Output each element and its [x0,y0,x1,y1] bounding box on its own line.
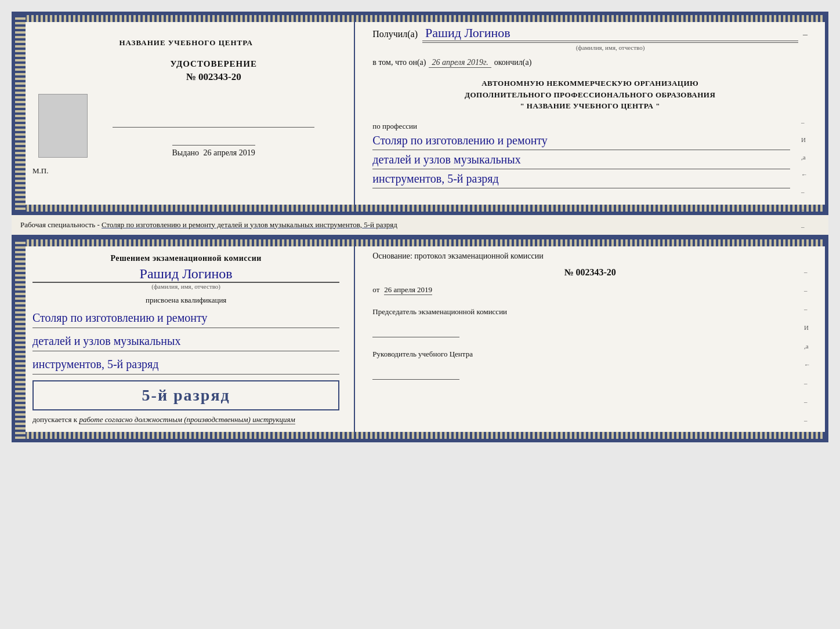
br-mark2: – [804,287,810,294]
left-decorative-strip [15,15,26,212]
ot-date-row: от 26 апреля 2019 [372,282,808,295]
br-mark-a: ,а [804,343,810,350]
dash-mark: – [803,29,808,39]
resheniem-text: Решением экзаменационной комиссии [32,254,339,263]
qual-line2: деталей и узлов музыкальных [32,331,339,351]
mark-i: И [801,136,808,143]
rukovoditel-signature-line [372,368,459,380]
mark-a: ,а [801,154,808,161]
poluchil-row: Получил(а) Рашид Логинов (фамилия, имя, … [372,26,808,51]
middle-label-prefix: Рабочая специальность - [20,220,102,229]
top-name-handwritten: Рашид Логинов [422,26,798,41]
bottom-doc-left: Решением экзаменационной комиссии Рашид … [15,239,355,439]
org-line3: " НАЗВАНИЕ УЧЕБНОГО ЦЕНТРА " [372,100,808,112]
top-document: НАЗВАНИЕ УЧЕБНОГО ЦЕНТРА УДОСТОВЕРЕНИЕ №… [12,12,828,215]
top-doc-right: Получил(а) Рашид Логинов (фамилия, имя, … [355,15,825,212]
bottom-document: Решением экзаменационной комиссии Рашид … [12,236,828,442]
bottom-name-hint: (фамилия, имя, отчество) [32,282,339,290]
left-content-area: УДОСТОВЕРЕНИЕ № 002343-20 Выдано 26 апре… [32,48,339,158]
bottom-right-marks: – – – И ,а ← – – – – [804,268,810,442]
center-section: УДОСТОВЕРЕНИЕ № 002343-20 Выдано 26 апре… [88,48,339,158]
protokol-num: № 002343-20 [372,267,808,278]
vydano-line: Выдано 26 апреля 2019 [172,145,255,158]
right-content-main: по профессии Столяр по изготовлению и ре… [372,119,808,200]
br-mark3: – [804,306,810,312]
osnovanie-block: Основание: протокол экзаменационной коми… [372,250,808,263]
po-professii: по профессии [372,122,790,131]
qual-line3: инструментов, 5-й разряд [32,354,339,375]
vtom-line: в том, что он(а) 26 апреля 2019г. окончи… [372,58,808,68]
udostoverenie-title: УДОСТОВЕРЕНИЕ [170,59,257,69]
vydano-label: Выдано [172,148,200,157]
br-mark4: – [804,380,810,387]
osnovanie-text: Основание: протокол экзаменационной коми… [372,252,543,260]
center-title-top: НАЗВАНИЕ УЧЕБНОГО ЦЕНТРА [119,38,253,48]
udostoverenie-block: УДОСТОВЕРЕНИЕ № 002343-20 [170,59,257,110]
razryad-big-text: 5-й разряд [42,386,330,405]
bottom-name-handwritten: Рашид Логинов [32,266,339,282]
page-wrapper: НАЗВАНИЕ УЧЕБНОГО ЦЕНТРА УДОСТОВЕРЕНИЕ №… [12,12,828,442]
photo-section [32,82,88,158]
vydano-date: 26 апреля 2019 [204,148,255,157]
dopuskaetsya-prefix: допускается к [32,415,77,424]
qual-line1: Столяр по изготовлению и ремонту [32,308,339,328]
rukovoditel-title: Руководитель учебного Центра [372,350,473,358]
mark3: – [801,206,808,213]
br-mark5: – [804,398,810,405]
vtom-date: 26 апреля 2019г. [429,58,491,68]
predsedatel-title: Председатель экзаменационной комиссии [372,307,507,316]
bottom-doc-right: Основание: протокол экзаменационной коми… [355,239,825,439]
ot-label: от [372,285,379,294]
okkonchil-label: окончил(а) [494,58,532,67]
rukovoditel-block: Руководитель учебного Центра [372,349,808,380]
org-line1: АВТОНОМНУЮ НЕКОММЕРЧЕСКУЮ ОРГАНИЗАЦИЮ [372,78,808,89]
profession-line3: инструментов, 5-й разряд [372,169,790,188]
mp-line: М.П. [32,166,48,181]
middle-label-underlined: Столяр по изготовлению и ремонту деталей… [102,220,397,229]
org-line2: ДОПОЛНИТЕЛЬНОГО ПРОФЕССИОНАЛЬНОГО ОБРАЗО… [372,89,808,101]
udostoverenie-num: № 002343-20 [170,71,257,83]
top-doc-left: НАЗВАНИЕ УЧЕБНОГО ЦЕНТРА УДОСТОВЕРЕНИЕ №… [15,15,355,212]
dopuskaetsya-block: допускается к работе согласно должностны… [32,415,339,424]
br-mark1: – [804,268,810,275]
top-name-hint: (фамилия, имя, отчество) [422,42,798,51]
profession-line1: Столяр по изготовлению и ремонту [372,131,790,150]
middle-label: Рабочая специальность - Столяр по изгото… [12,215,828,236]
org-block: АВТОНОМНУЮ НЕКОММЕРЧЕСКУЮ ОРГАНИЗАЦИЮ ДО… [372,78,808,112]
right-side-marks: – И ,а ← – – – – [801,119,808,248]
br-mark6: – [804,417,810,424]
profession-line2: деталей и узлов музыкальных [372,150,790,169]
name-area: Рашид Логинов (фамилия, имя, отчество) [422,26,798,51]
br-mark-i: И [804,324,810,331]
ot-date-value: 26 апреля 2019 [384,285,432,295]
predsedatel-block: Председатель экзаменационной комиссии [372,307,808,337]
bottom-left-strip [15,239,26,439]
mark4: – [801,223,808,230]
photo-placeholder [38,94,88,158]
mark1: – [801,119,808,126]
vtom-label: в том, что он(а) [372,58,426,67]
dopuskaetsya-underline: работе согласно должностным (производств… [79,415,295,424]
br-mark-arrow: ← [804,361,810,368]
br-mark7: – [804,435,810,442]
mark2: – [801,188,808,195]
mark-arrow: ← [801,171,808,178]
predsedatel-signature-line [372,326,459,337]
razryad-box: 5-й разряд [32,380,339,410]
poluchil-label: Получил(а) [372,29,418,39]
prisvoyena-label: присвоена квалификация [32,296,339,305]
